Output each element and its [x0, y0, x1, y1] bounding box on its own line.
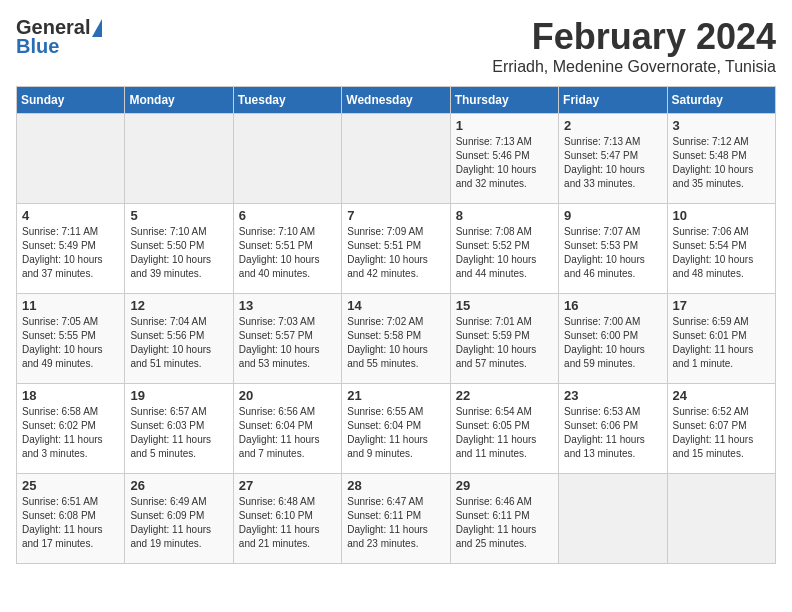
- day-number: 29: [456, 478, 553, 493]
- calendar-cell: 23Sunrise: 6:53 AM Sunset: 6:06 PM Dayli…: [559, 384, 667, 474]
- calendar-cell: 27Sunrise: 6:48 AM Sunset: 6:10 PM Dayli…: [233, 474, 341, 564]
- day-info: Sunrise: 6:48 AM Sunset: 6:10 PM Dayligh…: [239, 495, 336, 551]
- day-number: 27: [239, 478, 336, 493]
- day-number: 28: [347, 478, 444, 493]
- day-info: Sunrise: 7:13 AM Sunset: 5:47 PM Dayligh…: [564, 135, 661, 191]
- calendar-cell: 8Sunrise: 7:08 AM Sunset: 5:52 PM Daylig…: [450, 204, 558, 294]
- day-number: 16: [564, 298, 661, 313]
- day-number: 19: [130, 388, 227, 403]
- day-number: 9: [564, 208, 661, 223]
- calendar-cell: 25Sunrise: 6:51 AM Sunset: 6:08 PM Dayli…: [17, 474, 125, 564]
- day-number: 11: [22, 298, 119, 313]
- day-info: Sunrise: 7:10 AM Sunset: 5:50 PM Dayligh…: [130, 225, 227, 281]
- calendar-cell: 13Sunrise: 7:03 AM Sunset: 5:57 PM Dayli…: [233, 294, 341, 384]
- month-title: February 2024: [492, 16, 776, 58]
- day-info: Sunrise: 6:58 AM Sunset: 6:02 PM Dayligh…: [22, 405, 119, 461]
- calendar-table: SundayMondayTuesdayWednesdayThursdayFrid…: [16, 86, 776, 564]
- header-saturday: Saturday: [667, 87, 775, 114]
- calendar-cell: 29Sunrise: 6:46 AM Sunset: 6:11 PM Dayli…: [450, 474, 558, 564]
- logo-triangle-icon: [92, 19, 102, 37]
- calendar-cell: 14Sunrise: 7:02 AM Sunset: 5:58 PM Dayli…: [342, 294, 450, 384]
- calendar-cell: 10Sunrise: 7:06 AM Sunset: 5:54 PM Dayli…: [667, 204, 775, 294]
- day-info: Sunrise: 7:13 AM Sunset: 5:46 PM Dayligh…: [456, 135, 553, 191]
- day-info: Sunrise: 6:52 AM Sunset: 6:07 PM Dayligh…: [673, 405, 770, 461]
- calendar-cell: [233, 114, 341, 204]
- calendar-cell: 12Sunrise: 7:04 AM Sunset: 5:56 PM Dayli…: [125, 294, 233, 384]
- day-number: 15: [456, 298, 553, 313]
- calendar-cell: 15Sunrise: 7:01 AM Sunset: 5:59 PM Dayli…: [450, 294, 558, 384]
- header-sunday: Sunday: [17, 87, 125, 114]
- day-number: 22: [456, 388, 553, 403]
- day-info: Sunrise: 7:06 AM Sunset: 5:54 PM Dayligh…: [673, 225, 770, 281]
- day-info: Sunrise: 6:47 AM Sunset: 6:11 PM Dayligh…: [347, 495, 444, 551]
- day-info: Sunrise: 6:56 AM Sunset: 6:04 PM Dayligh…: [239, 405, 336, 461]
- day-info: Sunrise: 7:07 AM Sunset: 5:53 PM Dayligh…: [564, 225, 661, 281]
- calendar-cell: 2Sunrise: 7:13 AM Sunset: 5:47 PM Daylig…: [559, 114, 667, 204]
- header-thursday: Thursday: [450, 87, 558, 114]
- day-info: Sunrise: 7:11 AM Sunset: 5:49 PM Dayligh…: [22, 225, 119, 281]
- day-number: 7: [347, 208, 444, 223]
- calendar-cell: [17, 114, 125, 204]
- logo-blue-text: Blue: [16, 35, 59, 58]
- day-number: 1: [456, 118, 553, 133]
- day-info: Sunrise: 6:59 AM Sunset: 6:01 PM Dayligh…: [673, 315, 770, 371]
- day-number: 17: [673, 298, 770, 313]
- location: Erriadh, Medenine Governorate, Tunisia: [492, 58, 776, 76]
- calendar-cell: 5Sunrise: 7:10 AM Sunset: 5:50 PM Daylig…: [125, 204, 233, 294]
- day-number: 2: [564, 118, 661, 133]
- day-info: Sunrise: 7:12 AM Sunset: 5:48 PM Dayligh…: [673, 135, 770, 191]
- week-row-1: 1Sunrise: 7:13 AM Sunset: 5:46 PM Daylig…: [17, 114, 776, 204]
- header-friday: Friday: [559, 87, 667, 114]
- calendar-cell: 26Sunrise: 6:49 AM Sunset: 6:09 PM Dayli…: [125, 474, 233, 564]
- day-number: 20: [239, 388, 336, 403]
- calendar-cell: [667, 474, 775, 564]
- day-info: Sunrise: 7:04 AM Sunset: 5:56 PM Dayligh…: [130, 315, 227, 371]
- day-number: 8: [456, 208, 553, 223]
- day-number: 21: [347, 388, 444, 403]
- day-info: Sunrise: 6:51 AM Sunset: 6:08 PM Dayligh…: [22, 495, 119, 551]
- day-info: Sunrise: 6:46 AM Sunset: 6:11 PM Dayligh…: [456, 495, 553, 551]
- calendar-cell: [342, 114, 450, 204]
- calendar-cell: 24Sunrise: 6:52 AM Sunset: 6:07 PM Dayli…: [667, 384, 775, 474]
- day-number: 24: [673, 388, 770, 403]
- week-row-3: 11Sunrise: 7:05 AM Sunset: 5:55 PM Dayli…: [17, 294, 776, 384]
- day-info: Sunrise: 7:01 AM Sunset: 5:59 PM Dayligh…: [456, 315, 553, 371]
- calendar-cell: [559, 474, 667, 564]
- calendar-cell: 22Sunrise: 6:54 AM Sunset: 6:05 PM Dayli…: [450, 384, 558, 474]
- day-number: 3: [673, 118, 770, 133]
- day-info: Sunrise: 6:54 AM Sunset: 6:05 PM Dayligh…: [456, 405, 553, 461]
- header-wednesday: Wednesday: [342, 87, 450, 114]
- day-info: Sunrise: 7:00 AM Sunset: 6:00 PM Dayligh…: [564, 315, 661, 371]
- title-area: February 2024 Erriadh, Medenine Governor…: [492, 16, 776, 76]
- day-info: Sunrise: 7:10 AM Sunset: 5:51 PM Dayligh…: [239, 225, 336, 281]
- calendar-cell: 21Sunrise: 6:55 AM Sunset: 6:04 PM Dayli…: [342, 384, 450, 474]
- day-number: 18: [22, 388, 119, 403]
- day-info: Sunrise: 6:53 AM Sunset: 6:06 PM Dayligh…: [564, 405, 661, 461]
- day-info: Sunrise: 7:08 AM Sunset: 5:52 PM Dayligh…: [456, 225, 553, 281]
- calendar-cell: [125, 114, 233, 204]
- calendar-cell: 6Sunrise: 7:10 AM Sunset: 5:51 PM Daylig…: [233, 204, 341, 294]
- day-info: Sunrise: 7:09 AM Sunset: 5:51 PM Dayligh…: [347, 225, 444, 281]
- logo: General Blue: [16, 16, 102, 58]
- calendar-cell: 4Sunrise: 7:11 AM Sunset: 5:49 PM Daylig…: [17, 204, 125, 294]
- day-number: 14: [347, 298, 444, 313]
- day-info: Sunrise: 6:55 AM Sunset: 6:04 PM Dayligh…: [347, 405, 444, 461]
- header-monday: Monday: [125, 87, 233, 114]
- day-number: 12: [130, 298, 227, 313]
- day-number: 26: [130, 478, 227, 493]
- day-info: Sunrise: 7:03 AM Sunset: 5:57 PM Dayligh…: [239, 315, 336, 371]
- day-info: Sunrise: 7:02 AM Sunset: 5:58 PM Dayligh…: [347, 315, 444, 371]
- day-info: Sunrise: 6:57 AM Sunset: 6:03 PM Dayligh…: [130, 405, 227, 461]
- day-info: Sunrise: 6:49 AM Sunset: 6:09 PM Dayligh…: [130, 495, 227, 551]
- page-header: General Blue February 2024 Erriadh, Mede…: [16, 16, 776, 76]
- calendar-cell: 19Sunrise: 6:57 AM Sunset: 6:03 PM Dayli…: [125, 384, 233, 474]
- day-info: Sunrise: 7:05 AM Sunset: 5:55 PM Dayligh…: [22, 315, 119, 371]
- calendar-cell: 18Sunrise: 6:58 AM Sunset: 6:02 PM Dayli…: [17, 384, 125, 474]
- week-row-5: 25Sunrise: 6:51 AM Sunset: 6:08 PM Dayli…: [17, 474, 776, 564]
- day-number: 23: [564, 388, 661, 403]
- calendar-cell: 28Sunrise: 6:47 AM Sunset: 6:11 PM Dayli…: [342, 474, 450, 564]
- day-number: 10: [673, 208, 770, 223]
- day-number: 4: [22, 208, 119, 223]
- day-number: 6: [239, 208, 336, 223]
- week-row-4: 18Sunrise: 6:58 AM Sunset: 6:02 PM Dayli…: [17, 384, 776, 474]
